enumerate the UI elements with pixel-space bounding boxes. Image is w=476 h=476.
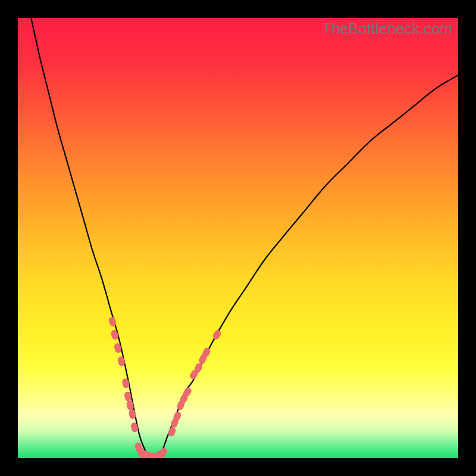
watermark-text: TheBottleneck.com bbox=[322, 20, 452, 37]
chart-frame: TheBottleneck.com bbox=[18, 18, 458, 458]
bottleneck-curve bbox=[18, 18, 458, 458]
curve-marker bbox=[108, 317, 117, 327]
curve-marker bbox=[212, 330, 221, 340]
curve-marker bbox=[168, 427, 177, 437]
curve-marker bbox=[129, 409, 136, 419]
curve-line bbox=[31, 18, 458, 458]
curve-markers bbox=[108, 317, 221, 458]
